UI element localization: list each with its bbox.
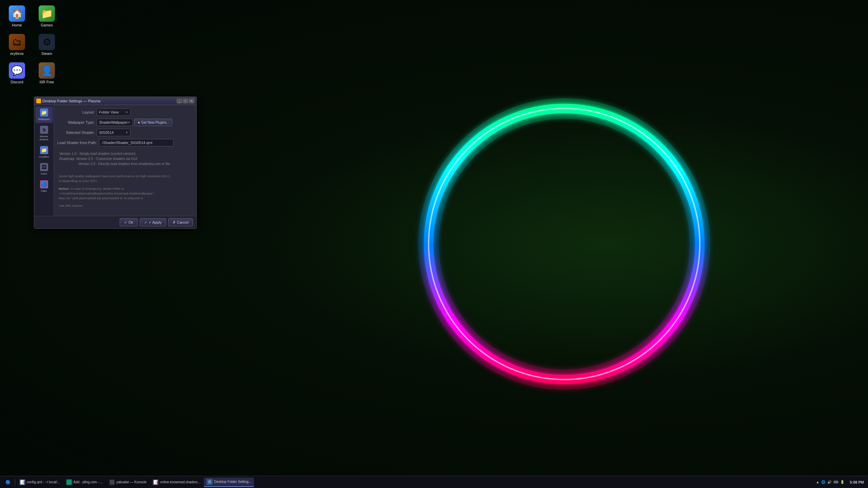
desktop-icon-steam[interactable]: ⚙ Steam bbox=[33, 32, 60, 58]
tray-battery-icon[interactable]: 🔋 bbox=[840, 480, 844, 484]
taskbar-system-tray: ▲ 🌐 🔊 ⌨ 🔋 5:08 PM bbox=[814, 480, 866, 484]
apply-checkmark-icon: ✓ bbox=[144, 220, 147, 225]
games-icon: 📁 bbox=[39, 5, 55, 22]
minimize-button[interactable]: _ bbox=[177, 99, 182, 103]
desktop-folder-settings-dialog: Desktop Folder Settings — Plasma _ □ ✕ 📁… bbox=[34, 97, 197, 229]
tray-volume-icon[interactable]: 🔊 bbox=[827, 480, 831, 484]
taskbar-item-add[interactable]: 🌐 Add - pllng.com - ... bbox=[63, 477, 106, 487]
dialog-body: 📁 Wallpaper 🖱 Mouse Actions 📁 Location 🖼… bbox=[34, 105, 196, 216]
shader-path-control bbox=[99, 139, 193, 146]
cancel-button[interactable]: ✗ Cancel bbox=[168, 218, 193, 226]
shader-path-input[interactable] bbox=[99, 139, 174, 146]
iorfree-icon-label: I0R Free bbox=[40, 80, 54, 84]
titlebar-controls: _ □ ✕ bbox=[177, 99, 194, 103]
sidebar-item-icons[interactable]: 🖼 Icons bbox=[35, 161, 53, 178]
dialog-title: Desktop Folder Settings — Plasma bbox=[42, 99, 100, 103]
tray-keyboard-icon[interactable]: ⌨ bbox=[833, 480, 838, 484]
close-button[interactable]: ✕ bbox=[189, 99, 194, 103]
icons-sidebar-label: Icons bbox=[41, 172, 47, 176]
get-plugins-button[interactable]: ★ Get New Plugins... bbox=[134, 119, 173, 126]
icons-sidebar-icon: 🖼 bbox=[40, 163, 48, 171]
steam-icon: ⚙ bbox=[39, 34, 55, 50]
apply-label: ✓ Apply bbox=[149, 220, 162, 225]
tray-expand-icon[interactable]: ▲ bbox=[816, 480, 820, 484]
cancel-label: Cancel bbox=[177, 220, 189, 224]
shader-path-row: Load Shader from Path: bbox=[57, 139, 193, 146]
get-plugins-star-icon: ★ bbox=[137, 121, 140, 124]
maximize-button[interactable]: □ bbox=[183, 99, 188, 103]
wallpaper-sidebar-label: Wallpaper bbox=[38, 118, 50, 121]
desktop-icon-erythros[interactable]: 🗂 erythros bbox=[3, 32, 31, 58]
taskbar-plasma-button[interactable]: 🔵 bbox=[2, 477, 14, 487]
taskbar-konsole-label: yakuake — Konsole bbox=[116, 480, 146, 484]
konsole-icon: ⬛ bbox=[109, 479, 115, 485]
wallpaper-type-label: Wallpaper Type: bbox=[57, 120, 95, 124]
wallpaper-type-value: ShaderWallpaper bbox=[99, 120, 128, 124]
wallpaper-type-dropdown[interactable]: ShaderWallpaper ▼ bbox=[97, 119, 133, 126]
erythros-icon: 🗂 bbox=[9, 34, 25, 50]
ok-label: Ok bbox=[129, 220, 133, 224]
desktop-icons-container: 🏠 Home 📁 Games 🗂 erythros ⚙ Steam 💬 Disc… bbox=[3, 3, 60, 86]
home-icon: 🏠 bbox=[9, 5, 25, 22]
steam-icon-label: Steam bbox=[41, 52, 52, 56]
version-info-roadmap: Roadmap: Version 2.0 - Customize shaders… bbox=[59, 156, 191, 161]
sidebar-item-wallpaper[interactable]: 📁 Wallpaper bbox=[35, 106, 53, 123]
dialog-footer: ✓ Ok ✓ ✓ Apply ✗ Cancel bbox=[34, 216, 196, 228]
sidebar-item-location[interactable]: 📁 Location bbox=[35, 144, 53, 161]
taskbar: 🔵 📝 config.qml - ~/.local/... 🌐 Add - pl… bbox=[0, 476, 868, 488]
sidebar-item-filter[interactable]: 🔵 Filter bbox=[35, 178, 53, 195]
taskbar-item-konsole[interactable]: ⬛ yakuake — Konsole bbox=[106, 477, 149, 487]
filter-sidebar-icon: 🔵 bbox=[40, 180, 48, 188]
discord-icon: 💬 bbox=[9, 62, 25, 79]
wallpaper-sidebar-icon: 📁 bbox=[40, 108, 48, 117]
version-info-line1: Version 1.0 - Simply load shaders (curre… bbox=[59, 151, 191, 156]
ok-button[interactable]: ✓ Ok bbox=[120, 218, 138, 226]
mouse-actions-sidebar-icon: 🖱 bbox=[40, 126, 48, 134]
erythros-icon-label: erythros bbox=[10, 52, 24, 56]
config-file-icon: 📝 bbox=[19, 479, 25, 485]
dialog-main-content: Layout: Folder View ▼ Wallpaper Type: Sh… bbox=[54, 105, 196, 216]
system-clock[interactable]: 5:08 PM bbox=[848, 480, 866, 484]
mouse-actions-sidebar-label: Mouse Actions bbox=[37, 135, 52, 141]
notice-label: Notice: bbox=[59, 187, 70, 190]
desktop-icon-row-2: 🗂 erythros ⚙ Steam bbox=[3, 32, 60, 58]
version-info-line3: Version 3.0 - Directly load shaders from… bbox=[59, 161, 191, 166]
apply-button[interactable]: ✓ ✓ Apply bbox=[140, 218, 166, 226]
taskbar-item-desktop-settings[interactable]: ⚙ Desktop Folder Setting... bbox=[204, 477, 254, 487]
taskbar-add-label: Add - pllng.com - ... bbox=[74, 480, 103, 484]
desktop-icon-games[interactable]: 📁 Games bbox=[33, 3, 60, 29]
home-icon-label: Home bbox=[12, 23, 22, 27]
performance-note: Some high quality wallpapers have poor p… bbox=[57, 172, 193, 185]
desktop-background bbox=[0, 0, 868, 488]
discord-icon-label: Discord bbox=[11, 80, 23, 84]
desktop-icon-discord[interactable]: 💬 Discord bbox=[3, 60, 31, 86]
taskbar-desktop-settings-label: Desktop Folder Setting... bbox=[214, 480, 251, 484]
dialog-titlebar: Desktop Folder Settings — Plasma _ □ ✕ bbox=[34, 97, 196, 105]
clock-time: 5:08 PM bbox=[850, 480, 864, 484]
taskbar-config-label: config.qml - ~/.local/... bbox=[27, 480, 60, 484]
location-sidebar-icon: 📁 bbox=[40, 146, 48, 154]
layout-row: Layout: Folder View ▼ bbox=[57, 108, 193, 116]
layout-dropdown[interactable]: Folder View ▼ bbox=[97, 108, 131, 116]
desktop-icon-home[interactable]: 🏠 Home bbox=[3, 3, 31, 29]
desktop-icon-iorfree[interactable]: 👤 I0R Free bbox=[33, 60, 60, 86]
tray-network-icon[interactable]: 🌐 bbox=[821, 480, 825, 484]
selected-shader-control: SIG0514 ▼ bbox=[97, 129, 193, 136]
desktop-icon-row-3: 💬 Discord 👤 I0R Free bbox=[3, 60, 60, 86]
taskbar-online-label: online.knowmad.shaders... bbox=[160, 480, 200, 484]
sidebar-item-mouse-actions[interactable]: 🖱 Mouse Actions bbox=[35, 124, 53, 143]
titlebar-left: Desktop Folder Settings — Plasma bbox=[36, 99, 100, 103]
dialog-sidebar: 📁 Wallpaper 🖱 Mouse Actions 📁 Location 🖼… bbox=[34, 105, 54, 216]
layout-dropdown-value: Folder View bbox=[99, 110, 119, 114]
online-icon: 📝 bbox=[153, 479, 159, 485]
performance-notice-section: Some high quality wallpapers have poor p… bbox=[57, 172, 193, 210]
desktop-icon-row-1: 🏠 Home 📁 Games bbox=[3, 3, 60, 29]
taskbar-item-config[interactable]: 📝 config.qml - ~/.local/... bbox=[17, 477, 63, 487]
svg-point-1 bbox=[429, 108, 700, 380]
titlebar-app-icon bbox=[36, 99, 41, 103]
shader-info-text: Version 1.0 - Simply load shaders (curre… bbox=[57, 149, 193, 168]
selected-shader-arrow: ▼ bbox=[125, 131, 128, 134]
taskbar-item-online[interactable]: 📝 online.knowmad.shaders... bbox=[150, 477, 203, 487]
caution-text: Use with caution. bbox=[57, 202, 193, 209]
selected-shader-dropdown[interactable]: SIG0514 ▼ bbox=[97, 129, 131, 136]
